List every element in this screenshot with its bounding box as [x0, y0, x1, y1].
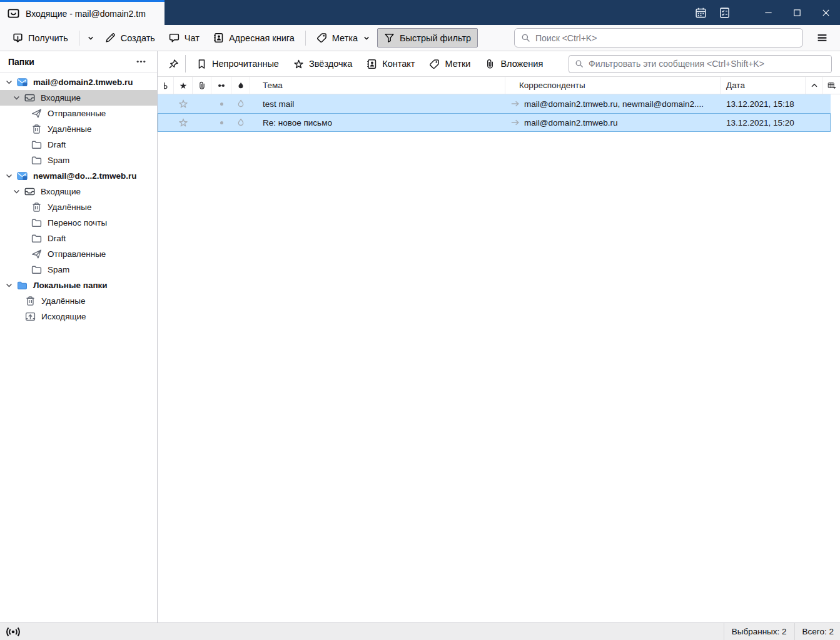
folder-pane-options-button[interactable] — [133, 55, 149, 69]
thread-icon — [161, 81, 170, 90]
message-row[interactable]: test mail mail@domain2.tmweb.ru, newmail… — [158, 94, 831, 113]
read-toggle[interactable] — [211, 113, 231, 132]
attachment-cell — [193, 113, 211, 132]
filter-unread-label: Непрочитанные — [212, 59, 279, 69]
column-read[interactable] — [211, 77, 231, 94]
column-subject[interactable]: Тема — [250, 77, 505, 94]
folder-item-inbox1[interactable]: Входящие — [0, 90, 157, 106]
filter-starred-button[interactable]: Звёздочка — [288, 56, 358, 72]
total-count: Всего: 2 — [802, 627, 834, 636]
maximize-icon — [792, 8, 802, 18]
calendar-button[interactable] — [689, 0, 712, 25]
get-messages-icon — [13, 32, 23, 43]
filter-contact-button[interactable]: Контакт — [361, 56, 420, 72]
filter-unread-button[interactable]: Непрочитанные — [191, 56, 285, 72]
folder-item-trash-local[interactable]: Удалённые — [0, 293, 157, 309]
message-list-empty-area — [158, 132, 840, 622]
search-icon — [575, 59, 584, 68]
folder-label: mail@domain2.tmweb.ru — [33, 78, 133, 87]
toolbar-separator — [79, 31, 79, 46]
junk-toggle[interactable] — [231, 94, 250, 113]
send-icon — [31, 108, 42, 119]
folder-item-mail-transfer[interactable]: Перенос почты — [0, 215, 157, 231]
folder-item-sent1[interactable]: Отправленные — [0, 106, 157, 121]
folder-label: Входящие — [41, 187, 81, 196]
folder-item-account2[interactable]: newmail@do...2.tmweb.ru — [0, 168, 157, 184]
junk-toggle[interactable] — [231, 113, 250, 132]
column-junk[interactable] — [231, 77, 250, 94]
filter-attachment-label: Вложения — [500, 59, 543, 69]
search-input[interactable] — [535, 33, 796, 43]
write-button[interactable]: Создать — [98, 28, 162, 48]
send-icon — [31, 249, 42, 259]
sort-direction-indicator[interactable] — [806, 77, 823, 94]
contact-card-icon — [367, 59, 377, 69]
folder-item-spam1[interactable]: Spam — [0, 152, 157, 168]
chevron-down-icon[interactable] — [13, 94, 21, 102]
read-toggle[interactable] — [211, 94, 231, 113]
broadcast-status-icon — [6, 625, 20, 639]
column-thread[interactable] — [158, 77, 174, 94]
minimize-button[interactable] — [754, 0, 782, 25]
column-picker-button[interactable] — [823, 77, 840, 94]
column-attachments[interactable] — [193, 77, 211, 94]
chevron-down-icon[interactable] — [5, 172, 13, 180]
folder-item-local-folders[interactable]: Локальные папки — [0, 278, 157, 293]
chevron-down-icon[interactable] — [5, 281, 13, 289]
chat-button[interactable]: Чат — [162, 28, 206, 48]
tag-button[interactable]: Метка — [310, 28, 377, 48]
address-book-button[interactable]: Адресная книга — [206, 28, 301, 48]
status-counts: Выбранных: 2 Всего: 2 — [716, 623, 834, 640]
get-messages-dropdown[interactable] — [83, 30, 98, 46]
star-icon — [179, 81, 188, 90]
folder-item-draft2[interactable]: Draft — [0, 231, 157, 246]
filter-attachment-button[interactable]: Вложения — [479, 56, 549, 72]
tasks-button[interactable] — [712, 0, 736, 25]
folder-item-spam2[interactable]: Spam — [0, 262, 157, 278]
filter-tags-button[interactable]: Метки — [423, 56, 476, 72]
chevron-down-icon[interactable] — [5, 78, 13, 86]
quick-filter-bar: Непрочитанные Звёздочка Контакт Метки Вл… — [158, 51, 840, 77]
read-dot-icon — [218, 119, 226, 127]
filter-tags-label: Метки — [445, 59, 470, 69]
get-messages-button[interactable]: Получить — [6, 28, 75, 48]
folder-item-trash2[interactable]: Удалённые — [0, 199, 157, 215]
bookmark-icon — [196, 59, 207, 69]
inbox-icon — [24, 186, 35, 197]
folder-item-inbox2[interactable]: Входящие — [0, 184, 157, 199]
folder-pane: Папки mail@domain2.tmweb.ru Входящие Отп… — [0, 51, 158, 622]
calendar-icon — [695, 7, 707, 19]
column-correspondents[interactable]: Корреспонденты — [505, 77, 721, 94]
close-button[interactable] — [811, 0, 840, 25]
star-toggle[interactable] — [174, 113, 193, 132]
chevron-down-icon[interactable] — [13, 188, 21, 196]
titlebar-controls — [689, 0, 840, 25]
mail-account-icon — [17, 171, 28, 181]
thread-cell — [158, 94, 174, 113]
quick-filter-input[interactable] — [589, 59, 826, 69]
quick-filter-toggle-button[interactable]: Быстрый фильтр — [377, 28, 478, 48]
window-tab[interactable]: Входящие - mail@domain2.tm — [0, 0, 164, 25]
folder-item-trash1[interactable]: Удалённые — [0, 121, 157, 137]
quick-filter-search-box[interactable] — [569, 55, 832, 73]
folder-item-account1[interactable]: mail@domain2.tmweb.ru — [0, 74, 157, 90]
sticky-filter-button[interactable] — [164, 54, 183, 73]
folder-item-outbox[interactable]: Исходящие — [0, 309, 157, 324]
address-book-icon — [213, 32, 224, 43]
app-menu-button[interactable] — [809, 28, 834, 49]
folder-label: Удалённые — [48, 202, 91, 212]
message-correspondents: mail@domain2.tmweb.ru — [505, 113, 721, 132]
status-separator — [794, 623, 795, 640]
quick-filter-separator — [185, 55, 186, 72]
column-date[interactable]: Дата — [721, 77, 806, 94]
folder-item-draft1[interactable]: Draft — [0, 137, 157, 152]
star-toggle[interactable] — [174, 94, 193, 113]
folder-item-sent2[interactable]: Отправленные — [0, 246, 157, 262]
column-starred[interactable] — [174, 77, 193, 94]
status-separator — [724, 623, 724, 640]
maximize-button[interactable] — [782, 0, 811, 25]
message-row[interactable]: Re: новое письмо mail@domain2.tmweb.ru 1… — [158, 113, 831, 132]
outbox-icon — [25, 311, 36, 322]
global-search-box[interactable] — [514, 28, 803, 48]
flame-icon — [236, 81, 245, 90]
